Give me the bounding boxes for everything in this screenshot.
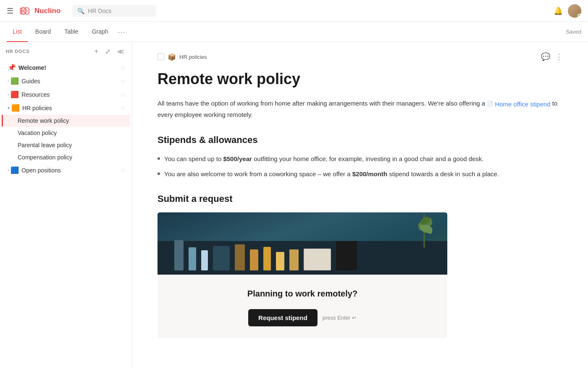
svg-point-2 bbox=[26, 10, 28, 11]
sidebar-item-label: Vacation policy bbox=[18, 130, 124, 136]
chevron-right-icon: › bbox=[8, 92, 9, 97]
search-bar[interactable]: 🔍 HR Docs bbox=[72, 5, 156, 17]
sidebar-actions: + ⤢ ≪ bbox=[93, 47, 126, 56]
sidebar-item-label: Welcome! bbox=[18, 64, 121, 71]
sidebar-item-label: Remote work policy bbox=[18, 117, 124, 124]
bullet-item-2: You are also welcome to work from a cowo… bbox=[158, 169, 563, 180]
saved-status: Saved bbox=[566, 29, 581, 35]
bullet-dot-icon bbox=[158, 172, 160, 175]
page-title: Remote work policy bbox=[158, 70, 563, 88]
item-check-icon: □ bbox=[121, 167, 124, 173]
sidebar-header: HR DOCS + ⤢ ≪ bbox=[0, 42, 132, 61]
sidebar-item-label: Open positions bbox=[21, 167, 121, 174]
tabs-more-button[interactable]: ⋯ bbox=[118, 27, 125, 37]
sidebar-item-label: Guides bbox=[21, 78, 121, 85]
sidebar-item-label: Compensation policy bbox=[18, 154, 124, 161]
search-icon: 🔍 bbox=[77, 8, 84, 14]
sidebar-item-hr-policies[interactable]: ▾ 🟧 HR policies □ bbox=[2, 101, 130, 114]
logo-icon bbox=[18, 4, 32, 18]
sidebar-item-vacation[interactable]: Vacation policy bbox=[2, 127, 130, 139]
stipends-list: You can spend up to $500/year outfitting… bbox=[158, 154, 563, 179]
sidebar-item-guides[interactable]: › 🟩 Guides □ bbox=[2, 74, 130, 87]
request-stipend-button[interactable]: Request stipend bbox=[248, 309, 318, 326]
main-layout: HR DOCS + ⤢ ≪ 📌 Welcome! □ › 🟩 Guides □ … bbox=[0, 42, 588, 368]
sidebar-title: HR DOCS bbox=[6, 49, 29, 54]
bullet1-text: You can spend up to $500/year outfitting… bbox=[164, 154, 484, 164]
bell-icon[interactable]: 🔔 bbox=[554, 6, 563, 16]
menu-button[interactable]: ☰ bbox=[7, 6, 13, 16]
home-office-stipend-link[interactable]: 📄 Home office stipend bbox=[487, 99, 550, 110]
svg-point-1 bbox=[23, 10, 24, 11]
tab-board[interactable]: Board bbox=[29, 22, 57, 42]
doc-link-icon: 📄 bbox=[487, 100, 493, 108]
sidebar-item-parental[interactable]: Parental leave policy bbox=[2, 139, 130, 151]
open-positions-folder-icon: 🟦 bbox=[10, 166, 19, 174]
sidebar: HR DOCS + ⤢ ≪ 📌 Welcome! □ › 🟩 Guides □ … bbox=[0, 42, 132, 368]
sidebar-item-remote-work[interactable]: Remote work policy bbox=[2, 115, 130, 127]
avatar[interactable] bbox=[568, 4, 581, 18]
tabs-row: List Board Table Graph ⋯ Saved bbox=[0, 22, 588, 42]
search-label: HR Docs bbox=[88, 8, 111, 14]
top-nav: ☰ Nuclino 🔍 HR Docs 🔔 bbox=[0, 0, 588, 22]
logo-label: Nuclino bbox=[34, 7, 60, 15]
sidebar-item-resources[interactable]: › 🟥 Resources □ bbox=[2, 88, 130, 101]
bullet-item-1: You can spend up to $500/year outfitting… bbox=[158, 154, 563, 164]
content-actions: 💬 ⋮ bbox=[541, 52, 563, 61]
page-checkbox[interactable] bbox=[158, 53, 164, 60]
breadcrumb-folder-icon: 📦 bbox=[168, 53, 176, 61]
intro-paragraph: All teams have the option of working fro… bbox=[158, 98, 563, 120]
sidebar-item-label: Parental leave policy bbox=[18, 142, 124, 148]
tab-graph[interactable]: Graph bbox=[86, 22, 114, 42]
section2-heading: Submit a request bbox=[158, 191, 563, 207]
cta-hint: press Enter ↵ bbox=[323, 313, 357, 323]
content-area: 📦 HR policies 💬 ⋮ Remote work policy All… bbox=[132, 42, 588, 368]
bullet2-text: You are also welcome to work from a cowo… bbox=[164, 169, 499, 180]
chevron-down-icon: ▾ bbox=[8, 106, 10, 110]
chevron-right-icon: › bbox=[8, 79, 9, 83]
logo[interactable]: Nuclino bbox=[18, 4, 60, 18]
item-check-icon: □ bbox=[121, 105, 124, 111]
sidebar-item-compensation[interactable]: Compensation policy bbox=[2, 151, 130, 163]
resources-folder-icon: 🟥 bbox=[10, 90, 19, 98]
sidebar-item-label: HR policies bbox=[22, 105, 121, 111]
more-options-icon[interactable]: ⋮ bbox=[555, 52, 563, 61]
breadcrumb-link[interactable]: HR policies bbox=[179, 54, 207, 60]
cta-title: Planning to work remotely? bbox=[169, 286, 436, 301]
sidebar-collapse-button[interactable]: ≪ bbox=[116, 47, 126, 56]
sidebar-item-open-positions[interactable]: › 🟦 Open positions □ bbox=[2, 164, 130, 177]
item-check-icon: □ bbox=[121, 65, 124, 71]
content-breadcrumb-row: 📦 HR policies 💬 ⋮ bbox=[158, 52, 563, 61]
pin-icon: 📌 bbox=[8, 64, 16, 71]
cta-card: Planning to work remotely? Request stipe… bbox=[158, 275, 447, 338]
guides-folder-icon: 🟩 bbox=[10, 77, 19, 85]
hr-policies-folder-icon: 🟧 bbox=[11, 104, 20, 112]
intro-text: All teams have the option of working fro… bbox=[158, 100, 485, 107]
bullet-dot-icon bbox=[158, 157, 160, 160]
item-check-icon: □ bbox=[121, 78, 124, 84]
sidebar-item-label: Resources bbox=[21, 91, 121, 98]
nav-right: 🔔 bbox=[554, 4, 581, 18]
item-check-icon: □ bbox=[121, 92, 124, 98]
sidebar-add-button[interactable]: + bbox=[93, 47, 100, 56]
comment-icon[interactable]: 💬 bbox=[541, 52, 550, 61]
tab-table[interactable]: Table bbox=[58, 22, 84, 42]
cta-btn-row: Request stipend press Enter ↵ bbox=[169, 309, 436, 326]
tab-list[interactable]: List bbox=[7, 22, 28, 42]
online-status bbox=[578, 14, 581, 18]
sidebar-expand-button[interactable]: ⤢ bbox=[103, 47, 112, 56]
remote-work-image bbox=[158, 212, 447, 275]
section1-heading: Stipends & allowances bbox=[158, 132, 563, 148]
chevron-right-icon: › bbox=[8, 168, 9, 172]
page-body: All teams have the option of working fro… bbox=[158, 98, 563, 338]
sidebar-item-welcome[interactable]: 📌 Welcome! □ bbox=[2, 61, 130, 74]
